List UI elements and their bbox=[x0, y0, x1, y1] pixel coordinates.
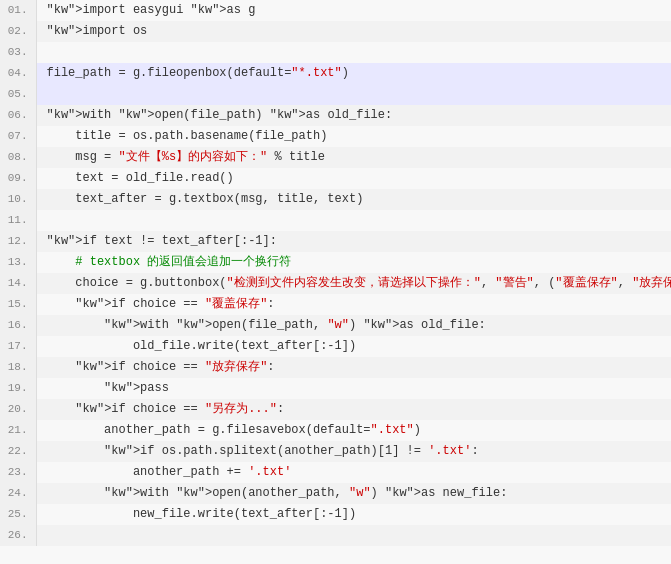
code-line bbox=[36, 525, 671, 546]
line-number: 21. bbox=[0, 420, 36, 441]
code-line: "kw">import os bbox=[36, 21, 671, 42]
code-line: "kw">with "kw">open(another_path, "w") "… bbox=[36, 483, 671, 504]
code-line: "kw">pass bbox=[36, 378, 671, 399]
code-line: another_path = g.filesavebox(default=".t… bbox=[36, 420, 671, 441]
code-line: "kw">if text != text_after[:-1]: bbox=[36, 231, 671, 252]
code-line: title = os.path.basename(file_path) bbox=[36, 126, 671, 147]
code-line: text_after = g.textbox(msg, title, text) bbox=[36, 189, 671, 210]
line-number: 19. bbox=[0, 378, 36, 399]
code-line: "kw">with "kw">open(file_path) "kw">as o… bbox=[36, 105, 671, 126]
line-number: 01. bbox=[0, 0, 36, 21]
line-number: 22. bbox=[0, 441, 36, 462]
line-number: 14. bbox=[0, 273, 36, 294]
code-table: 01."kw">import easygui "kw">as g02."kw">… bbox=[0, 0, 671, 546]
line-number: 07. bbox=[0, 126, 36, 147]
code-line: "kw">if choice == "放弃保存": bbox=[36, 357, 671, 378]
line-number: 08. bbox=[0, 147, 36, 168]
code-line: choice = g.buttonbox("检测到文件内容发生改变，请选择以下操… bbox=[36, 273, 671, 294]
code-line: "kw">if choice == "另存为...": bbox=[36, 399, 671, 420]
code-line bbox=[36, 42, 671, 63]
code-line: "kw">if os.path.splitext(another_path)[1… bbox=[36, 441, 671, 462]
code-line: "kw">import easygui "kw">as g bbox=[36, 0, 671, 21]
code-line bbox=[36, 84, 671, 105]
line-number: 17. bbox=[0, 336, 36, 357]
line-number: 24. bbox=[0, 483, 36, 504]
line-number: 06. bbox=[0, 105, 36, 126]
line-number: 12. bbox=[0, 231, 36, 252]
code-line: file_path = g.fileopenbox(default="*.txt… bbox=[36, 63, 671, 84]
line-number: 11. bbox=[0, 210, 36, 231]
line-number: 16. bbox=[0, 315, 36, 336]
line-number: 20. bbox=[0, 399, 36, 420]
line-number: 18. bbox=[0, 357, 36, 378]
line-number: 26. bbox=[0, 525, 36, 546]
line-number: 13. bbox=[0, 252, 36, 273]
line-number: 02. bbox=[0, 21, 36, 42]
code-line: another_path += '.txt' bbox=[36, 462, 671, 483]
code-line bbox=[36, 210, 671, 231]
line-number: 03. bbox=[0, 42, 36, 63]
code-line: "kw">if choice == "覆盖保存": bbox=[36, 294, 671, 315]
code-line: msg = "文件【%s】的内容如下：" % title bbox=[36, 147, 671, 168]
line-number: 04. bbox=[0, 63, 36, 84]
line-number: 09. bbox=[0, 168, 36, 189]
line-number: 05. bbox=[0, 84, 36, 105]
line-number: 10. bbox=[0, 189, 36, 210]
code-line: new_file.write(text_after[:-1]) bbox=[36, 504, 671, 525]
code-editor: 01."kw">import easygui "kw">as g02."kw">… bbox=[0, 0, 671, 564]
code-line: "kw">with "kw">open(file_path, "w") "kw"… bbox=[36, 315, 671, 336]
code-line: # textbox 的返回值会追加一个换行符 bbox=[36, 252, 671, 273]
code-line: text = old_file.read() bbox=[36, 168, 671, 189]
code-line: old_file.write(text_after[:-1]) bbox=[36, 336, 671, 357]
line-number: 15. bbox=[0, 294, 36, 315]
line-number: 25. bbox=[0, 504, 36, 525]
line-number: 23. bbox=[0, 462, 36, 483]
